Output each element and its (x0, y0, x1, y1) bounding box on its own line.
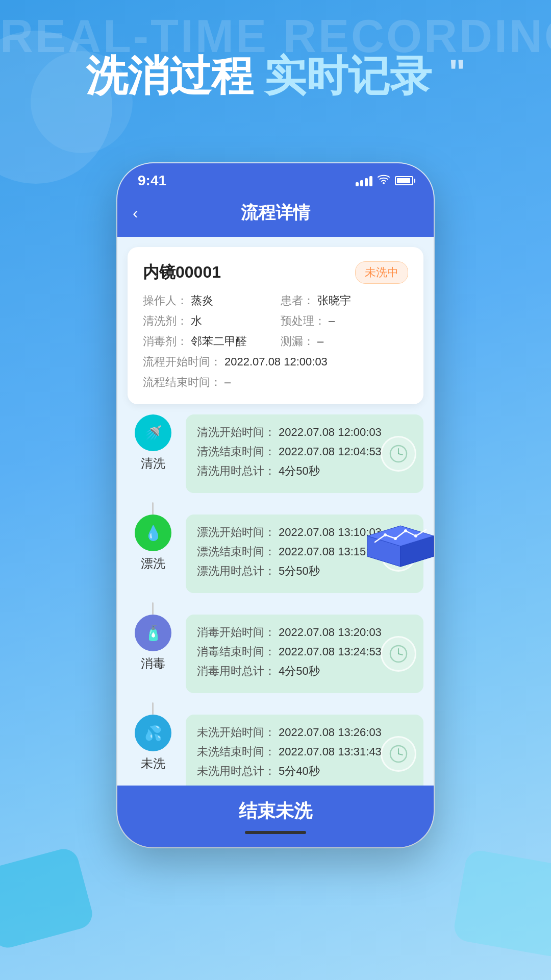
step-line-0 (152, 502, 154, 514)
step-icon-clean: 🚿 (135, 414, 171, 451)
step-duration-row-final: 未洗用时总计： 5分40秒 (197, 764, 412, 779)
step-card-disinfect[interactable]: 消毒开始时间： 2022.07.08 13:20:03 消毒结束时间： 2022… (186, 615, 423, 693)
start-time-label: 流程开始时间： (143, 354, 221, 370)
card-header: 内镜00001 未洗中 (143, 261, 408, 284)
battery-icon (395, 176, 413, 185)
clock-watermark-final (381, 736, 416, 772)
back-button[interactable]: ‹ (133, 204, 138, 223)
disinfectant-label: 消毒剂： (143, 334, 188, 349)
leak-test-row: 测漏： – (281, 334, 408, 349)
end-time-label: 流程结束时间： (143, 375, 221, 390)
wifi-icon (378, 174, 390, 188)
svg-line-11 (398, 454, 403, 455)
start-time-value: 2022.07.08 12:00:03 (224, 355, 328, 369)
step-label-clean: 清洗 (141, 455, 165, 472)
step-row-final: 💦 未洗 未洗开始时间： 2022.07.08 13:26:03 未洗结束时间：… (128, 715, 423, 793)
hero-title: 洗消过程 实时记录 " (0, 51, 551, 101)
clock-watermark-clean (381, 436, 416, 472)
step-left-rinse: 💧 漂洗 (128, 514, 179, 572)
step-duration-row-disinfect: 消毒用时总计： 4分50秒 (197, 664, 412, 679)
detergent-row: 清洗剂： 水 (143, 313, 270, 329)
svg-line-17 (398, 654, 403, 655)
step-icon-rinse: 💧 (135, 514, 171, 551)
bg-shape-left (0, 846, 95, 951)
steps-container: 🚿 清洗 清洗开始时间： 2022.07.08 12:00:03 清洗结束时间：… (128, 414, 423, 793)
status-bar: 9:41 (117, 163, 434, 193)
patient-value: 张晓宇 (317, 293, 351, 308)
step-label-disinfect: 消毒 (141, 655, 165, 672)
phone-shell: 9:41 (117, 163, 434, 847)
step-line-2 (152, 702, 154, 715)
end-time-row: 流程结束时间： – (143, 375, 408, 390)
phone-mockup: 9:41 (117, 163, 434, 868)
home-indicator (245, 831, 306, 834)
step-left-clean: 🚿 清洗 (128, 414, 179, 472)
step-start-row-disinfect: 消毒开始时间： 2022.07.08 13:20:03 (197, 625, 412, 640)
leak-test-label: 测漏： (281, 334, 314, 349)
disinfectant-value: 邻苯二甲醛 (191, 334, 247, 349)
disinfectant-row: 消毒剂： 邻苯二甲醛 (143, 334, 270, 349)
status-time: 9:41 (138, 173, 166, 189)
operator-row: 操作人： 蒸炎 (143, 293, 270, 308)
patient-row: 患者： 张晓宇 (281, 293, 408, 308)
step-card-final[interactable]: 未洗开始时间： 2022.07.08 13:26:03 未洗结束时间： 2022… (186, 715, 423, 793)
step-row-clean: 🚿 清洗 清洗开始时间： 2022.07.08 12:00:03 清洗结束时间：… (128, 414, 423, 493)
step-start-row-final: 未洗开始时间： 2022.07.08 13:26:03 (197, 725, 412, 740)
step-icon-final: 💦 (135, 715, 171, 751)
hero-title-part2: 实时记录 (264, 53, 432, 99)
step-icon-disinfect: 🧴 (135, 615, 171, 651)
operator-value: 蒸炎 (191, 293, 213, 308)
pretreatment-row: 预处理： – (281, 313, 408, 329)
bg-shape-right (452, 848, 551, 958)
hero-title-part1: 洗消过程 (86, 53, 253, 99)
svg-point-6 (404, 529, 407, 532)
clock-watermark-disinfect (381, 636, 416, 672)
patient-label: 患者： (281, 293, 314, 308)
operator-label: 操作人： (143, 293, 188, 308)
svg-point-8 (383, 182, 385, 184)
step-duration-row-clean: 清洗用时总计： 4分50秒 (197, 463, 412, 479)
status-icons (356, 174, 413, 188)
chart-3d-decoration (357, 510, 444, 577)
step-end-row-final: 未洗结束时间： 2022.07.08 13:31:43 (197, 744, 412, 760)
device-id: 内镜00001 (143, 261, 221, 284)
hero-section: 洗消过程 实时记录 " (0, 51, 551, 101)
leak-test-value: – (317, 335, 323, 348)
svg-point-7 (414, 534, 417, 537)
end-time-value: – (224, 376, 231, 389)
svg-point-5 (394, 537, 397, 540)
signal-icon (356, 175, 372, 186)
step-end-row-clean: 清洗结束时间： 2022.07.08 12:04:53 (197, 444, 412, 459)
step-start-row-clean: 清洗开始时间： 2022.07.08 12:00:03 (197, 425, 412, 440)
status-badge: 未洗中 (355, 261, 408, 284)
svg-line-20 (398, 754, 403, 755)
detergent-label: 清洗剂： (143, 313, 188, 329)
step-row-disinfect: 🧴 消毒 消毒开始时间： 2022.07.08 13:20:03 消毒结束时间：… (128, 615, 423, 693)
step-card-clean[interactable]: 清洗开始时间： 2022.07.08 12:00:03 清洗结束时间： 2022… (186, 414, 423, 493)
page-title: 流程详情 (241, 201, 310, 225)
hero-quote: " (448, 53, 465, 92)
start-time-row: 流程开始时间： 2022.07.08 12:00:03 (143, 354, 408, 370)
step-line-1 (152, 602, 154, 615)
detergent-value: 水 (191, 313, 202, 329)
info-card: 内镜00001 未洗中 操作人： 蒸炎 患者： 张晓宇 清洗剂： 水 (128, 247, 423, 404)
step-left-disinfect: 🧴 消毒 (128, 615, 179, 672)
end-button[interactable]: 结束未洗 (239, 800, 312, 821)
step-left-final: 💦 未洗 (128, 715, 179, 772)
step-label-final: 未洗 (141, 755, 165, 772)
bottom-button-area: 结束未洗 (117, 786, 434, 847)
info-grid: 操作人： 蒸炎 患者： 张晓宇 清洗剂： 水 预处理： – (143, 293, 408, 390)
pretreatment-label: 预处理： (281, 313, 325, 329)
step-end-row-disinfect: 消毒结束时间： 2022.07.08 13:24:53 (197, 644, 412, 659)
app-header: ‹ 流程详情 (117, 193, 434, 237)
pretreatment-value: – (329, 314, 335, 328)
step-label-rinse: 漂洗 (141, 555, 165, 572)
svg-point-4 (384, 533, 387, 536)
